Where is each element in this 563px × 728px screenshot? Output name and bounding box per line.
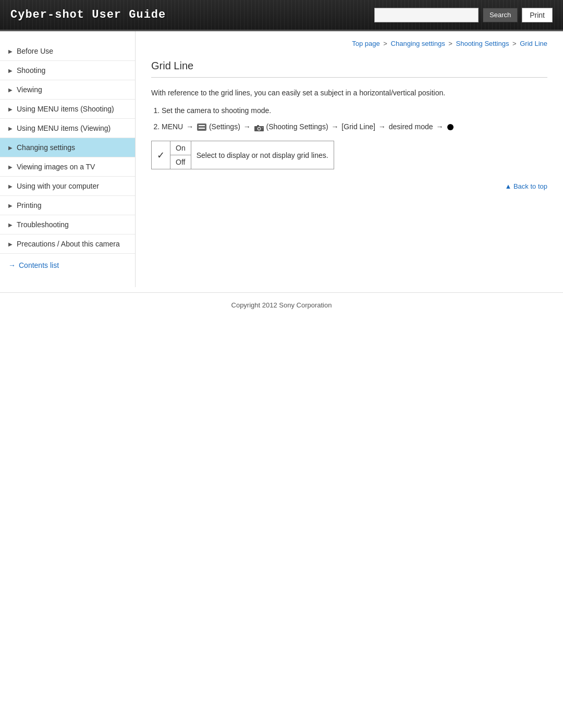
sidebar-item-label: Viewing images on a TV — [17, 163, 95, 171]
arrow-3: → — [331, 122, 340, 131]
sidebar-item-viewing-images-on-a-tv[interactable]: ▶Viewing images on a TV — [0, 157, 135, 177]
bullet-icon — [447, 124, 454, 130]
breadcrumb: Top page > Changing settings > Shooting … — [151, 40, 547, 52]
step2-menu: MENU — [162, 122, 183, 131]
sidebar-item-label: Viewing — [17, 85, 42, 94]
sidebar-item-label: Printing — [17, 201, 41, 209]
description-cell: Select to display or not display grid li… — [191, 141, 334, 169]
sidebar-arrow-icon: ▶ — [8, 203, 13, 208]
breadcrumb-changing-settings[interactable]: Changing settings — [391, 40, 445, 47]
contents-list-label: Contents list — [19, 261, 59, 269]
off-label: Off — [170, 155, 191, 169]
sidebar-arrow-icon: ▶ — [8, 48, 13, 54]
check-cell: ✓ — [152, 141, 170, 169]
sidebar-item-printing[interactable]: ▶Printing — [0, 196, 135, 215]
sidebar-item-label: Troubleshooting — [17, 220, 69, 229]
sidebar-arrow-icon: ▶ — [8, 106, 13, 112]
sidebar: ▶Before Use▶Shooting▶Viewing▶Using MENU … — [0, 31, 136, 287]
arrow-1: → — [186, 122, 195, 131]
sidebar-item-label: Before Use — [17, 47, 53, 55]
sidebar-item-label: Using MENU items (Shooting) — [17, 105, 114, 113]
arrow-5: → — [436, 122, 445, 131]
table-row: ✓ On Off Select to display or not displa… — [152, 141, 334, 169]
search-button[interactable]: Search — [483, 8, 518, 22]
svg-rect-3 — [257, 125, 259, 127]
copyright-text: Copyright 2012 Sony Corporation — [231, 301, 332, 309]
camera-shooting-icon — [254, 124, 264, 131]
settings-menu-icon — [197, 124, 206, 131]
arrow-4: → — [378, 122, 388, 131]
main-container: ▶Before Use▶Shooting▶Viewing▶Using MENU … — [0, 31, 563, 287]
sidebar-item-label: Changing settings — [17, 143, 75, 152]
sidebar-item-shooting[interactable]: ▶Shooting — [0, 61, 135, 80]
sidebar-item-before-use[interactable]: ▶Before Use — [0, 42, 135, 61]
check-icon: ✓ — [157, 150, 165, 161]
step-2: MENU → (Settings) → — [162, 121, 547, 132]
sidebar-arrow-icon: ▶ — [8, 183, 13, 189]
page-title: Grid Line — [151, 60, 547, 78]
sidebar-item-precautions-about-this-camera[interactable]: ▶Precautions / About this camera — [0, 235, 135, 254]
svg-point-2 — [258, 128, 260, 130]
steps-list: Set the camera to shooting mode. MENU → … — [162, 105, 547, 132]
contents-list-link[interactable]: → Contents list — [0, 254, 135, 277]
sidebar-item-using-menu-items-viewing-[interactable]: ▶Using MENU items (Viewing) — [0, 119, 135, 138]
content-area: Top page > Changing settings > Shooting … — [136, 31, 563, 287]
sidebar-item-label: Precautions / About this camera — [17, 240, 120, 248]
intro-text: With reference to the grid lines, you ca… — [151, 87, 547, 98]
sidebar-arrow-icon: ▶ — [8, 164, 13, 170]
breadcrumb-grid-line[interactable]: Grid Line — [520, 40, 547, 47]
sidebar-arrow-icon: ▶ — [8, 222, 13, 228]
print-button[interactable]: Print — [522, 8, 553, 22]
sidebar-item-viewing[interactable]: ▶Viewing — [0, 80, 135, 100]
sidebar-item-label: Shooting — [17, 66, 45, 75]
back-to-top: Back to top — [151, 182, 547, 190]
step2-desired: desired mode — [389, 122, 433, 131]
search-input[interactable] — [374, 8, 479, 22]
grid-line-table: ✓ On Off Select to display or not displa… — [151, 141, 334, 169]
svg-rect-4 — [262, 127, 263, 128]
on-label: On — [170, 141, 191, 155]
sidebar-item-changing-settings[interactable]: ▶Changing settings — [0, 138, 135, 157]
footer: Copyright 2012 Sony Corporation — [0, 292, 563, 317]
sidebar-arrow-icon: ▶ — [8, 126, 13, 131]
sidebar-item-label: Using MENU items (Viewing) — [17, 124, 111, 132]
step2-shooting-text: (Shooting Settings) — [266, 122, 328, 131]
header: Cyber-shot User Guide Search Print — [0, 0, 563, 31]
back-to-top-link[interactable]: Back to top — [505, 182, 547, 190]
sidebar-nav: ▶Before Use▶Shooting▶Viewing▶Using MENU … — [0, 42, 135, 254]
step-1: Set the camera to shooting mode. — [162, 105, 547, 116]
breadcrumb-top-page[interactable]: Top page — [352, 40, 380, 47]
header-controls: Search Print — [374, 8, 553, 22]
sidebar-arrow-icon: ▶ — [8, 68, 13, 73]
arrow-icon: → — [8, 261, 16, 269]
site-title: Cyber-shot User Guide — [10, 8, 166, 21]
sidebar-item-using-with-your-computer[interactable]: ▶Using with your computer — [0, 177, 135, 196]
sidebar-item-label: Using with your computer — [17, 182, 99, 190]
sidebar-item-using-menu-items-shooting-[interactable]: ▶Using MENU items (Shooting) — [0, 100, 135, 119]
step2-grid-line: [Grid Line] — [341, 122, 375, 131]
sidebar-arrow-icon: ▶ — [8, 241, 13, 247]
sidebar-item-troubleshooting[interactable]: ▶Troubleshooting — [0, 215, 135, 235]
step2-settings-text: (Settings) — [209, 122, 240, 131]
on-off-cell: On Off — [170, 141, 191, 169]
breadcrumb-shooting-settings[interactable]: Shooting Settings — [456, 40, 509, 47]
sidebar-arrow-icon: ▶ — [8, 145, 13, 151]
content-body: With reference to the grid lines, you ca… — [151, 87, 547, 169]
sidebar-arrow-icon: ▶ — [8, 87, 13, 93]
arrow-2: → — [243, 122, 253, 131]
